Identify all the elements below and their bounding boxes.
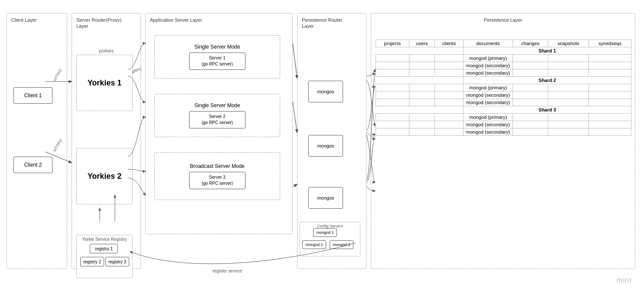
app-mode-1-label: Single Server Mode xyxy=(194,44,240,50)
client-layer: Client Layer Client 1 Client 2 xyxy=(7,13,67,269)
registry-2: registry 2 xyxy=(80,257,104,266)
server-2-box: Server 2(go RPC server) xyxy=(189,111,245,128)
yorkies-2-label: Yorkies 2 xyxy=(88,172,122,181)
server-3-box: Server 3(go RPC server) xyxy=(189,172,245,189)
shard-2-header-row: Shard 2 xyxy=(376,77,631,84)
registry-1: registry 1 xyxy=(90,244,118,253)
col-synedseqs: synedseqs xyxy=(589,40,631,47)
svg-line-7 xyxy=(293,43,297,78)
col-clients: clients xyxy=(435,40,464,47)
config-servers-title: Config Servers xyxy=(300,224,360,228)
shard-1-secondary-2: mongod (secondary) xyxy=(376,69,631,77)
server-router-title: Server Router(Proxy) Layer xyxy=(76,17,121,30)
persistence-table: projects users clients documents changes… xyxy=(376,39,631,136)
miro-watermark: miro xyxy=(617,276,632,284)
mongos-2: mongos xyxy=(308,135,343,157)
server-2-label: Server 2(go RPC server) xyxy=(202,114,233,126)
shard-3-header-row: Shard 3 xyxy=(376,106,631,114)
client-1-box: Client 1 xyxy=(13,87,52,104)
shard-3-secondary-2: mongod (secondary) xyxy=(376,128,631,136)
persistence-layer: Persistence Layer projects users clients… xyxy=(371,13,635,269)
mongod-2-config: mongod 2 xyxy=(302,240,326,249)
shard-3-secondary-1: mongod (secondary) xyxy=(376,121,631,128)
shard-2-secondary-1: mongod (secondary) xyxy=(376,92,631,99)
app-mode-1: Single Server Mode Server 1(go RPC serve… xyxy=(154,35,280,79)
app-mode-2: Single Server Mode Server 2(go RPC serve… xyxy=(154,94,280,137)
server-1-box: Server 1(go RPC server) xyxy=(189,52,245,70)
svg-line-8 xyxy=(293,102,297,132)
col-changes: changes xyxy=(513,40,548,47)
persist-router-title: Persistence Router Layer xyxy=(302,17,343,30)
registry-title: Yorkie Service Registry xyxy=(77,237,132,242)
persist-router-layer: Persistence Router Layer mongos mongos m… xyxy=(297,13,366,269)
shard-2-primary: mongod (primary) xyxy=(376,84,631,92)
col-users: users xyxy=(409,40,435,47)
svg-text:register service: register service xyxy=(212,269,242,273)
server-router-layer: Server Router(Proxy) Layer yorkies Yorki… xyxy=(72,13,141,269)
app-server-title: Application Server Layer xyxy=(150,17,202,23)
shard-3-primary: mongod (primary) xyxy=(376,114,631,121)
persistence-layer-title: Persistence Layer xyxy=(484,17,522,23)
server-3-label: Server 3(go RPC server) xyxy=(202,174,233,187)
registry-3: registry 3 xyxy=(105,257,129,266)
shard-1-header-row: Shard 1 xyxy=(376,47,631,55)
client-layer-title: Client Layer xyxy=(11,17,37,23)
svg-line-9 xyxy=(293,184,297,187)
app-mode-2-label: Single Server Mode xyxy=(194,102,240,108)
client-2-box: Client 2 xyxy=(13,157,52,173)
col-snapshots: snapshots xyxy=(548,40,589,47)
shard-1-secondary-1: mongod (secondary) xyxy=(376,62,631,69)
server-1-label: Server 1(go RPC server) xyxy=(202,55,233,67)
diagram: Client Layer Client 1 Client 2 Server Ro… xyxy=(0,0,644,292)
col-documents: documents xyxy=(464,40,513,47)
config-servers-box: Config Servers mongod 1 mongod 2 mongod … xyxy=(300,222,360,256)
mongos-1: mongos xyxy=(308,81,343,102)
yorkies-1-label: Yorkies 1 xyxy=(88,79,122,88)
yorkies-2-outer: Yorkies 2 xyxy=(76,148,133,204)
yorkies-1-outer: Yorkies 1 xyxy=(76,55,133,111)
yorkies-header: yorkies xyxy=(72,48,141,53)
client-2-label: Client 2 xyxy=(24,162,42,168)
mongod-1-config: mongod 1 xyxy=(313,228,337,237)
client-1-label: Client 1 xyxy=(24,92,42,98)
shard-1-primary: mongod (primary) xyxy=(376,55,631,62)
mongod-3-config: mongod 3 xyxy=(330,240,353,249)
app-mode-3-label: Broadcast Server Mode xyxy=(190,163,245,169)
col-projects: projects xyxy=(376,40,409,47)
shard-2-secondary-2: mongod (secondary) xyxy=(376,99,631,106)
registry-box: Yorkie Service Registry registry 1 regis… xyxy=(76,235,133,278)
app-server-layer: Application Server Layer Single Server M… xyxy=(145,13,293,234)
app-mode-3: Broadcast Server Mode Server 3(go RPC se… xyxy=(154,152,280,200)
mongos-3: mongos xyxy=(308,187,343,209)
